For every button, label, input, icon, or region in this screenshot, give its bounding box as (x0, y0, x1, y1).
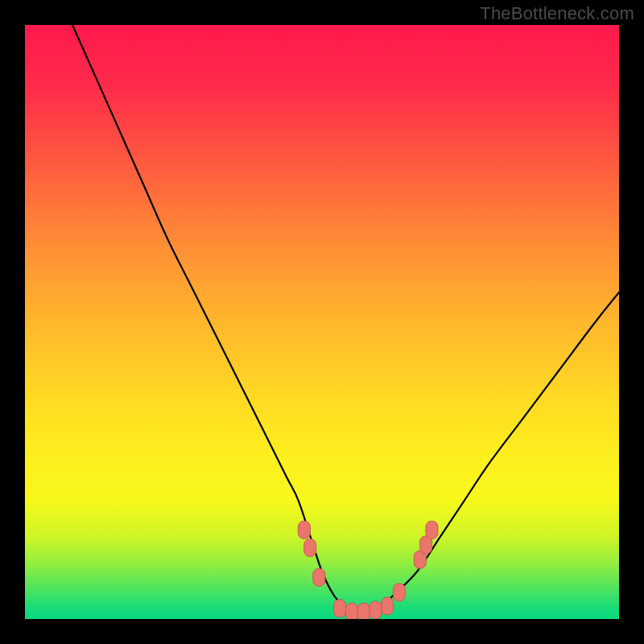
curve-marker (313, 568, 325, 586)
curve-marker (369, 601, 382, 619)
curve-layer (25, 25, 619, 619)
curve-markers (298, 521, 438, 619)
chart-frame: TheBottleneck.com (0, 0, 644, 644)
curve-marker (357, 603, 369, 619)
curve-marker (393, 584, 405, 601)
curve-marker (382, 597, 394, 615)
curve-marker (304, 539, 316, 556)
watermark-text: TheBottleneck.com (480, 3, 634, 24)
bottleneck-curve (72, 25, 619, 614)
curve-marker (298, 521, 310, 539)
curve-marker (426, 521, 438, 539)
curve-marker (345, 603, 357, 619)
plot-area (25, 25, 619, 619)
curve-marker (334, 600, 346, 617)
